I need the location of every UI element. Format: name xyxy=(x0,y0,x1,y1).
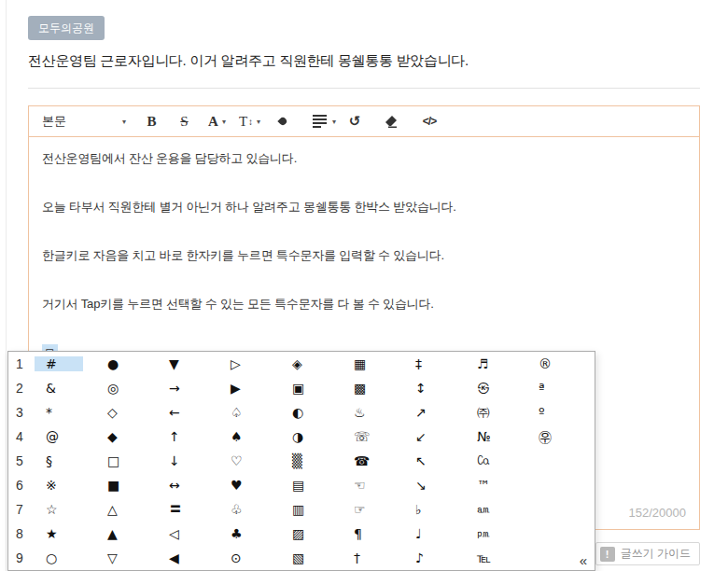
align-button[interactable]: ▾ xyxy=(300,115,336,128)
special-char-cell[interactable]: ▥ xyxy=(281,502,343,517)
special-char-cell[interactable]: ▼ xyxy=(158,356,219,371)
special-char-cell[interactable]: ‡ xyxy=(404,356,466,371)
strikethrough-button[interactable]: S xyxy=(168,114,201,130)
special-char-cell[interactable]: ↖ xyxy=(404,453,466,468)
special-char-cell[interactable]: ↑ xyxy=(158,429,219,444)
special-char-cell[interactable]: ↘ xyxy=(404,478,466,493)
special-char-cell[interactable]: ☞ xyxy=(343,502,404,517)
writing-guide-button[interactable]: ! 글쓰기 가이드 xyxy=(595,542,700,565)
special-char-cell[interactable]: ◀ xyxy=(158,550,219,565)
special-char-cell[interactable]: ↔ xyxy=(158,478,219,493)
board-category-badge[interactable]: 모두의공원 xyxy=(28,16,105,40)
special-char-cell[interactable]: ◎ xyxy=(96,381,158,396)
special-char-cell[interactable]: ♠ xyxy=(219,429,281,444)
special-char-cell[interactable]: ♥ xyxy=(219,478,281,493)
special-char-cell[interactable]: ■ xyxy=(96,478,158,493)
special-char-cell[interactable]: ↙ xyxy=(404,429,466,444)
special-char-cell[interactable]: ● xyxy=(96,356,158,371)
special-char-cell[interactable]: ↓ xyxy=(158,453,219,468)
special-char-cell[interactable]: ♪ xyxy=(404,550,466,565)
special-char-cell[interactable]: ㏇ xyxy=(466,453,527,469)
special-char-cell[interactable]: ◑ xyxy=(281,429,343,444)
special-char-cell[interactable]: ☜ xyxy=(343,478,404,493)
special-char-cell[interactable]: ◆ xyxy=(96,429,158,444)
special-char-cell[interactable]: ▽ xyxy=(96,550,158,565)
font-color-button[interactable]: A ▾ xyxy=(201,114,233,130)
special-char-cell[interactable]: □ xyxy=(96,453,158,468)
special-char-cell[interactable]: @ xyxy=(35,429,96,444)
special-char-cell[interactable]: → xyxy=(158,381,219,396)
special-char-cell[interactable]: ♩ xyxy=(404,526,466,541)
row-number-label: 9 xyxy=(8,550,35,565)
special-char-cell[interactable]: ♭ xyxy=(404,502,466,517)
special-char-cell[interactable]: ♬ xyxy=(466,356,527,371)
special-char-cell[interactable]: ¶ xyxy=(343,526,404,541)
special-char-cell[interactable]: ▷ xyxy=(219,356,281,371)
special-char-cell[interactable]: ☏ xyxy=(343,429,404,444)
special-char-cell[interactable]: ㈜ xyxy=(466,404,527,421)
droplet-icon xyxy=(277,116,287,126)
special-char-cell[interactable]: ♤ xyxy=(219,405,281,420)
special-char-cell[interactable]: ▩ xyxy=(343,381,404,396)
special-char-cell[interactable]: △ xyxy=(96,502,158,517)
special-char-cell[interactable]: ♧ xyxy=(219,502,281,517)
special-char-cell[interactable]: * xyxy=(35,405,96,420)
special-char-cell[interactable]: ㉿ xyxy=(466,380,527,397)
special-char-cell[interactable]: § xyxy=(35,453,96,468)
special-char-cell[interactable]: ㉾ xyxy=(527,427,589,446)
undo-button[interactable]: ↺ xyxy=(336,113,373,130)
special-char-cell[interactable]: ® xyxy=(527,356,589,371)
special-char-cell[interactable]: ◐ xyxy=(281,405,343,420)
row-number-label: 6 xyxy=(8,478,35,493)
special-char-cell[interactable]: º xyxy=(527,405,589,420)
updown-arrow-icon: ↕ xyxy=(248,117,253,127)
code-view-button[interactable]: </> xyxy=(411,115,448,128)
special-char-cell[interactable]: ▦ xyxy=(343,356,404,371)
special-char-cell[interactable]: ㏘ xyxy=(466,525,527,542)
char-counter: 152/20000 xyxy=(629,506,686,520)
special-char-cell[interactable]: ← xyxy=(158,405,219,420)
row-number-label: 3 xyxy=(8,405,35,420)
erase-format-button[interactable] xyxy=(373,116,411,128)
special-char-cell[interactable]: ◁ xyxy=(158,526,219,541)
special-char-cell[interactable]: 〓 xyxy=(158,501,219,518)
row-number-label: 4 xyxy=(8,429,35,444)
special-char-cell[interactable]: ※ xyxy=(35,478,96,493)
special-char-cell[interactable]: ª xyxy=(527,381,589,396)
special-char-cell[interactable]: ▒ xyxy=(281,453,343,468)
special-char-cell[interactable]: # xyxy=(35,356,83,371)
special-char-cell[interactable]: ★ xyxy=(35,526,96,541)
special-char-cell[interactable]: № xyxy=(466,429,527,444)
special-char-cell[interactable]: ☎ xyxy=(343,453,404,468)
special-char-cell[interactable]: ㏂ xyxy=(466,501,527,518)
font-size-button[interactable]: T ↕ ▾ xyxy=(233,114,266,130)
special-char-cell[interactable]: ▲ xyxy=(96,526,158,541)
special-char-cell[interactable]: ™ xyxy=(466,478,527,493)
special-char-cell[interactable]: ▤ xyxy=(281,478,343,493)
special-char-cell[interactable]: ♨ xyxy=(343,405,404,420)
special-char-cell[interactable]: ◈ xyxy=(281,356,343,371)
special-char-cell[interactable]: ♡ xyxy=(219,453,281,468)
highlight-color-button[interactable] xyxy=(266,118,300,125)
special-char-cell[interactable]: ▨ xyxy=(281,526,343,541)
special-char-cell[interactable]: ♣ xyxy=(219,526,281,541)
special-char-cell[interactable]: ☆ xyxy=(35,502,96,517)
special-char-cell[interactable]: ↗ xyxy=(404,405,466,420)
collapse-popup-button[interactable]: « xyxy=(580,552,587,568)
special-char-cell[interactable]: ▣ xyxy=(281,381,343,396)
special-char-cell[interactable]: ▧ xyxy=(281,550,343,565)
special-char-cell[interactable]: ℡ xyxy=(466,550,527,565)
special-char-cell[interactable]: ○ xyxy=(35,550,96,565)
post-title[interactable]: 전산운영팀 근로자입니다. 이거 알려주고 직원한테 몽쉘통통 받았습니다. xyxy=(28,52,469,70)
chevron-down-icon: ▾ xyxy=(222,117,226,126)
post-editor-page: 모두의공원 전산운영팀 근로자입니다. 이거 알려주고 직원한테 몽쉘통통 받았… xyxy=(0,0,728,571)
special-char-cell[interactable]: ⊙ xyxy=(219,550,281,565)
special-char-row: 8★▲◁♣▨¶♩㏘ xyxy=(8,522,595,546)
paragraph-style-dropdown[interactable]: 본문 ▾ xyxy=(42,113,135,130)
special-char-cell[interactable]: & xyxy=(35,381,96,396)
special-char-cell[interactable]: ▶ xyxy=(219,381,281,396)
special-char-cell[interactable]: † xyxy=(343,550,404,565)
special-char-cell[interactable]: ◇ xyxy=(96,405,158,420)
bold-button[interactable]: B xyxy=(135,114,168,130)
special-char-cell[interactable]: ↕ xyxy=(404,381,466,396)
